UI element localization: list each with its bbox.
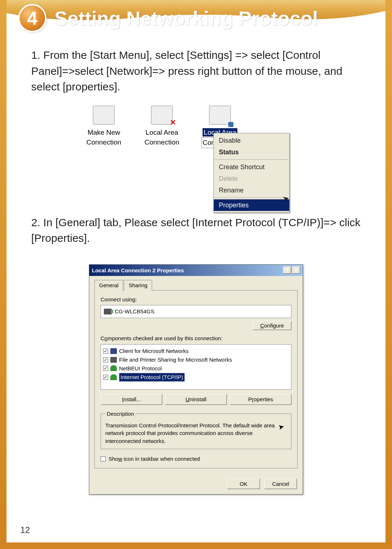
description-legend: Description xyxy=(105,410,135,418)
show-icon-checkbox[interactable] xyxy=(101,456,106,461)
checkbox-icon[interactable]: ✓ xyxy=(103,375,108,380)
help-button[interactable]: ? xyxy=(283,267,291,274)
configure-button[interactable]: CConfigureonfigure xyxy=(253,321,291,330)
context-menu: Disable Status Create Shortcut Delete Re… xyxy=(213,133,290,213)
dialog-title-text: Local Area Connection 2 Properties xyxy=(92,267,184,274)
lan-connected-icon xyxy=(209,106,231,125)
step-badge: 4 xyxy=(18,4,46,32)
make-new-connection-icon xyxy=(93,106,115,125)
tab-sharing[interactable]: Sharing xyxy=(124,280,152,291)
icon-label: Local Area Connection xyxy=(140,127,184,147)
client-icon xyxy=(110,348,117,354)
nic-icon xyxy=(104,309,112,314)
properties-button[interactable]: Properties xyxy=(230,394,291,405)
page-number: 12 xyxy=(20,525,30,535)
checkbox-icon[interactable]: ✓ xyxy=(103,349,108,354)
ctx-properties[interactable]: Properties xyxy=(214,199,289,211)
icon-label: Make New Connection xyxy=(82,127,126,147)
uninstall-button[interactable]: Uninstall xyxy=(165,394,227,405)
list-item-label: NetBEUI Protocol xyxy=(119,365,162,373)
lan-disconnected-icon xyxy=(151,106,173,125)
icon-make-new-connection[interactable]: Make New Connection xyxy=(82,106,126,147)
ctx-delete: Delete xyxy=(214,173,289,184)
cancel-button[interactable]: Cancel xyxy=(264,479,297,489)
list-item[interactable]: ✓ File and Printer Sharing for Microsoft… xyxy=(103,355,289,364)
list-item[interactable]: ✓ NetBEUI Protocol xyxy=(103,364,289,373)
share-icon xyxy=(110,357,117,363)
step-2-text: 2. In [General] tab, Please select [Inte… xyxy=(31,215,361,246)
description-text: Transmission Control Protocol/Internet P… xyxy=(105,422,287,445)
properties-dialog: Local Area Connection 2 Properties ? × G… xyxy=(89,264,303,495)
nic-name: CG-WLCB54GS xyxy=(115,308,154,316)
checkbox-icon[interactable]: ✓ xyxy=(103,366,108,371)
tab-panel-general: Connect using: CG-WLCB54GS CConfigureonf… xyxy=(94,290,298,468)
protocol-icon xyxy=(110,365,117,371)
list-item-label: File and Printer Sharing for Microsoft N… xyxy=(119,356,232,364)
checkbox-icon[interactable]: ✓ xyxy=(103,357,108,362)
page-header: 4 Setting Networking Protocol xyxy=(7,0,385,36)
content-area: 1. From the [Start Menu], select [Settin… xyxy=(0,36,392,495)
page-title: Setting Networking Protocol xyxy=(54,7,318,29)
ctx-status[interactable]: Status xyxy=(214,146,289,158)
list-item-selected[interactable]: ✓ Internet Protocol (TCP/IP) xyxy=(103,373,289,382)
list-item-label: Internet Protocol (TCP/IP) xyxy=(119,373,185,382)
nic-field: CG-WLCB54GS xyxy=(101,305,291,318)
description-group: Description Transmission Control Protoco… xyxy=(101,410,291,449)
tab-general[interactable]: General xyxy=(94,280,123,291)
icon-local-area-connection-1[interactable]: Local Area Connection xyxy=(140,106,184,147)
list-item[interactable]: ✓ Client for Microsoft Networks xyxy=(103,347,289,355)
step-1-text: 1. From the [Start Menu], select [Settin… xyxy=(31,47,361,95)
dialog-titlebar: Local Area Connection 2 Properties ? × xyxy=(89,265,303,276)
components-list[interactable]: ✓ Client for Microsoft Networks ✓ File a… xyxy=(101,344,291,390)
components-label: Components checked are used by this conn… xyxy=(101,334,291,342)
tab-strip: General Sharing xyxy=(94,280,298,290)
ctx-disable[interactable]: Disable xyxy=(214,135,289,146)
protocol-icon xyxy=(110,374,117,380)
ctx-create-shortcut[interactable]: Create Shortcut xyxy=(214,161,289,173)
show-icon-label: Show icon in taskbar when connected xyxy=(109,455,200,463)
connect-using-label: Connect using: xyxy=(101,296,291,304)
list-item-label: Client for Microsoft Networks xyxy=(119,347,189,355)
install-button[interactable]: Install... xyxy=(101,394,162,405)
network-icons-row: Make New Connection Local Area Connectio… xyxy=(31,106,361,148)
close-button[interactable]: × xyxy=(292,267,300,274)
ctx-rename[interactable]: Rename xyxy=(214,184,289,196)
ok-button[interactable]: OK xyxy=(227,479,260,489)
